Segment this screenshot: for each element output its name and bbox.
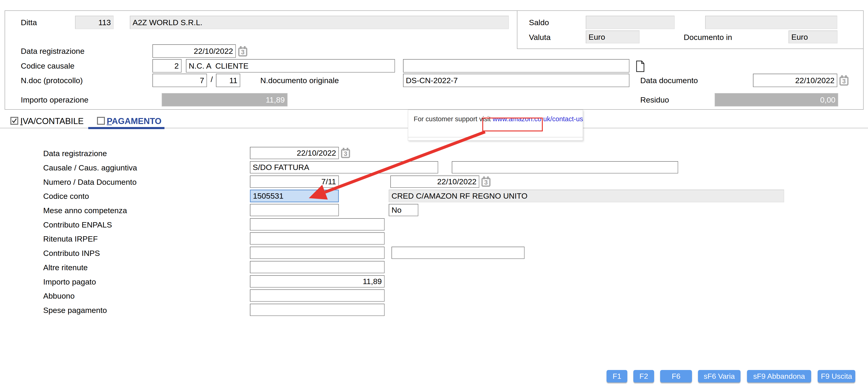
header-data-registrazione-label: Data registrazione [21,46,85,56]
calendar-icon[interactable]: 3 [839,75,849,86]
f2-button[interactable]: F2 [633,370,654,383]
ndoc-originale-field[interactable]: DS-CN-2022-7 [403,74,629,87]
svg-text:3: 3 [484,179,488,186]
documento-in-field: Euro [788,31,838,43]
ritenuta-irpef-field[interactable] [250,232,384,245]
tooltip-divider [408,137,583,137]
form-data-registrazione-field[interactable]: 22/10/2022 [250,147,339,159]
importo-operazione-field: 11,89 [162,93,287,106]
f9-uscita-button[interactable]: F9 Uscita [818,370,855,383]
residuo-field: 0,00 [715,93,838,106]
ritenuta-irpef-label: Ritenuta IRPEF [43,234,98,244]
codice-causale-extra-field[interactable] [403,59,629,72]
calendar-icon[interactable]: 3 [341,148,350,158]
red-highlight-box [482,118,543,131]
tooltip-prefix: For customer support visit [414,115,493,123]
mese-anno-flag-field[interactable]: No [389,204,418,216]
saldo-field-1 [586,16,675,29]
spese-pagamento-field[interactable] [250,304,384,316]
importo-pagato-label: Importo pagato [43,277,96,287]
spese-pagamento-label: Spese pagamento [43,305,107,315]
codice-conto-label: Codice conto [43,191,89,201]
ndoc-sub-field[interactable]: 11 [216,74,240,87]
causale-field[interactable]: S/DO FATTURA [250,161,438,173]
altre-ritenute-field[interactable] [250,261,384,273]
form-data-registrazione-label: Data registrazione [43,149,107,158]
contributo-enpals-field[interactable] [250,218,384,230]
svg-text:3: 3 [344,150,347,157]
contributo-enpals-label: Contributo ENPALS [43,220,112,230]
ditta-name-field: A2Z WORLD S.R.L. [130,16,509,29]
ndoc-separator: / [211,74,213,84]
saldo-field-2 [705,16,837,29]
calendar-icon[interactable]: 3 [238,46,248,57]
contributo-inps-field[interactable] [250,247,384,259]
abbuono-label: Abbuono [43,291,74,301]
tab-iva-contabile[interactable]: IVA/CONTABILE [20,116,84,126]
ditta-label: Ditta [21,18,37,27]
contributo-inps-label: Contributo INPS [43,248,100,258]
residuo-label: Residuo [640,95,669,105]
active-tab-indicator [88,127,164,129]
header-data-registrazione-field[interactable]: 22/10/2022 [152,44,236,58]
abbuono-field[interactable] [250,289,384,302]
mese-anno-competenza-field[interactable] [250,204,339,216]
iva-contabile-checkbox[interactable] [10,117,18,125]
mese-anno-competenza-label: Mese anno competenza [43,205,127,215]
codice-causale-desc-field[interactable]: N.C. A CLIENTE [186,59,395,72]
valuta-field: Euro [586,31,640,43]
checkmark-icon [11,118,17,124]
pagamento-checkbox[interactable] [97,117,105,125]
sf9-abbandona-button[interactable]: sF9 Abbandona [747,370,811,383]
data-documento-label: Data documento [640,75,698,85]
calendar-icon[interactable]: 3 [481,176,491,187]
importo-operazione-label: Importo operazione [21,95,89,105]
ndoc-originale-label: N.documento originale [260,75,339,85]
altre-ritenute-label: Altre ritenute [43,263,88,272]
numero-documento-field[interactable]: 7/11 [250,175,339,188]
causale-label: Causale / Caus. aggiuntiva [43,163,137,172]
data-documento-field[interactable]: 22/10/2022 [753,74,837,87]
payment-registration-window: Ditta 113 A2Z WORLD S.R.L. Saldo Valuta … [0,0,868,388]
saldo-label: Saldo [529,18,549,27]
ndoc-label: N.doc (protocollo) [21,75,83,85]
codice-conto-field[interactable]: 1505531 [250,190,339,202]
codice-causale-label: Codice causale [21,61,74,71]
causale-aggiuntiva-field[interactable] [452,161,678,173]
valuta-label: Valuta [529,32,551,42]
documento-in-label: Documento in [684,32,732,42]
codice-causale-code-field[interactable]: 2 [152,59,182,72]
f6-button[interactable]: F6 [660,370,692,383]
f1-button[interactable]: F1 [607,370,627,383]
ditta-code-field: 113 [75,16,114,29]
contributo-inps-field-2[interactable] [392,247,525,259]
numero-data-documento-label: Numero / Data Documento [43,177,136,187]
tab-pagamento[interactable]: PAGAMENTO [107,116,161,126]
sf6-varia-button[interactable]: sF6 Varia [698,370,741,383]
codice-conto-descrizione-field: CRED C/AMAZON RF REGNO UNITO [389,190,784,202]
importo-pagato-field[interactable]: 11,89 [250,275,384,288]
document-icon[interactable] [636,61,645,72]
data-documento-form-field[interactable]: 22/10/2022 [390,175,479,188]
ndoc-numero-field[interactable]: 7 [152,74,207,87]
svg-text:3: 3 [241,49,244,56]
svg-text:3: 3 [842,78,846,85]
